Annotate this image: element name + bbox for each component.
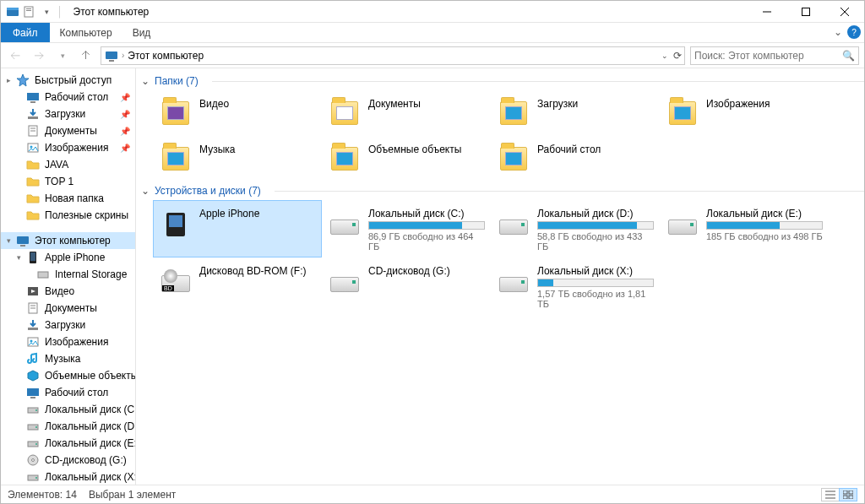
pin-icon: 📌 — [120, 93, 130, 102]
nav-pc-item[interactable]: Локальный диск (D:) — [1, 418, 135, 435]
expand-icon[interactable]: ▾ — [4, 236, 13, 245]
chevron-down-icon[interactable]: ⌄ — [141, 75, 150, 87]
hdd-icon — [328, 206, 362, 240]
folder-tile[interactable]: Объемные объекты — [322, 136, 491, 182]
nav-quick-item[interactable]: Новая папка — [1, 190, 135, 207]
nav-up-button[interactable]: 🡡 — [77, 46, 95, 65]
nav-pc-item[interactable]: Музыка — [1, 350, 135, 367]
expand-icon[interactable]: ▾ — [14, 253, 23, 262]
device-tile[interactable]: CD-дисковод (G:) — [322, 257, 491, 315]
view-details-button[interactable] — [821, 488, 840, 501]
tab-file[interactable]: Файл — [1, 23, 50, 42]
tab-computer[interactable]: Компьютер — [50, 23, 122, 42]
nav-quick-item[interactable]: JAVA — [1, 156, 135, 173]
nav-pc-item[interactable]: ▾Apple iPhone — [1, 249, 135, 266]
nav-item-label: Локальный диск (E:) — [45, 437, 136, 449]
folder-icon — [497, 96, 530, 130]
folder-tile[interactable]: Видео — [153, 90, 322, 136]
group-header-devices-label: Устройства и диски (7) — [155, 185, 261, 197]
qat-properties-icon[interactable] — [23, 5, 36, 19]
desktop-icon — [26, 90, 40, 104]
nav-quick-item[interactable]: Полезные скрины — [1, 207, 135, 224]
cd-icon — [26, 453, 40, 467]
nav-pc-item[interactable]: Рабочий стол — [1, 384, 135, 401]
nav-pc-item[interactable]: Локальный диск (E:) — [1, 435, 135, 452]
device-tile[interactable]: Локальный диск (C:)86,9 ГБ свободно из 4… — [322, 200, 491, 257]
nav-quick-item[interactable]: TOP 1 — [1, 173, 135, 190]
nav-pc-item[interactable]: Документы — [1, 300, 135, 317]
window-title: Этот компьютер — [73, 6, 150, 18]
nav-pc-item[interactable]: CD-дисковод (G:) — [1, 452, 135, 469]
nav-item-label: Быстрый доступ — [35, 74, 112, 86]
nav-pc-item[interactable]: Загрузки — [1, 317, 135, 333]
hdd-icon — [26, 420, 40, 433]
device-tile[interactable]: BDДисковод BD-ROM (F:) — [153, 257, 322, 315]
nav-recent-dropdown[interactable]: ▾ — [53, 46, 72, 65]
device-tile[interactable]: Apple iPhone — [153, 200, 322, 257]
tile-label: Локальный диск (C:) — [368, 208, 485, 219]
svg-rect-21 — [20, 245, 25, 247]
nav-item-label: Полезные скрины — [45, 209, 128, 221]
nav-quick-item[interactable]: Изображения📌 — [1, 139, 135, 156]
nav-forward-button[interactable]: 🡢 — [30, 46, 48, 65]
nav-pc-item[interactable]: Объемные объекты — [1, 367, 135, 384]
svg-point-36 — [35, 409, 37, 411]
hdd-icon — [666, 206, 699, 240]
tile-label: Загрузки — [537, 98, 654, 110]
view-tiles-button[interactable] — [839, 488, 857, 501]
group-header-devices[interactable]: ⌄ Устройства и диски (7) — [136, 182, 864, 200]
nav-back-button[interactable]: 🡠 — [6, 46, 24, 65]
folder-tile[interactable]: Рабочий стол — [491, 136, 660, 182]
nav-item-label: CD-дисковод (G:) — [45, 454, 127, 466]
svg-point-44 — [35, 477, 37, 479]
tile-label: Рабочий стол — [537, 144, 654, 155]
status-item-count: Элементов: 14 — [8, 489, 77, 501]
nav-pc-item[interactable]: Локальный диск (X:) — [1, 469, 135, 485]
search-input[interactable] — [694, 50, 855, 62]
nav-quick-item[interactable]: Рабочий стол📌 — [1, 89, 135, 106]
folder-tile[interactable]: Изображения — [660, 90, 829, 136]
refresh-icon[interactable]: ⟳ — [673, 50, 682, 62]
help-icon[interactable]: ? — [847, 25, 861, 39]
nav-quick-item[interactable]: Документы📌 — [1, 122, 135, 139]
breadcrumb[interactable]: Этот компьютер — [128, 50, 204, 62]
device-tile[interactable]: Локальный диск (X:)1,57 ТБ свободно из 1… — [491, 257, 660, 315]
nav-pc-child[interactable]: Internal Storage — [1, 266, 135, 283]
minimize-button[interactable] — [748, 1, 786, 23]
nav-item-label: Локальный диск (X:) — [45, 471, 136, 483]
nav-pc-item[interactable]: Видео — [1, 283, 135, 300]
address-bar[interactable]: › Этот компьютер ⌄ ⟳ — [101, 46, 685, 65]
search-box[interactable]: 🔍 — [690, 46, 859, 65]
capacity-bar — [537, 279, 654, 287]
expand-icon[interactable]: ▸ — [4, 76, 13, 84]
nav-pc-item[interactable]: Изображения — [1, 333, 135, 350]
svg-rect-14 — [28, 117, 38, 119]
device-tile[interactable]: Локальный диск (D:)58,8 ГБ свободно из 4… — [491, 200, 660, 257]
device-tile[interactable]: Локальный диск (E:)185 ГБ свободно из 49… — [660, 200, 829, 257]
search-icon[interactable]: 🔍 — [842, 50, 855, 62]
folder-tile[interactable]: Загрузки — [491, 90, 660, 136]
nav-pc-item[interactable]: Локальный диск (C:) — [1, 401, 135, 418]
maximize-button[interactable] — [786, 1, 825, 23]
svg-rect-24 — [38, 272, 48, 278]
pin-icon: 📌 — [120, 144, 130, 153]
music-icon — [26, 352, 40, 366]
folder-icon — [159, 96, 193, 130]
qat-dropdown-icon[interactable]: ▾ — [40, 5, 53, 19]
svg-rect-33 — [27, 388, 39, 396]
nav-quick-item[interactable]: Загрузки📌 — [1, 106, 135, 122]
close-button[interactable] — [825, 1, 864, 23]
nav-quick-access[interactable]: ▸Быстрый доступ — [1, 72, 135, 89]
group-header-folders[interactable]: ⌄ Папки (7) — [136, 72, 864, 90]
ribbon-expand-icon[interactable]: ⌄ — [834, 26, 842, 38]
tab-view[interactable]: Вид — [122, 23, 161, 42]
folder-tile[interactable]: Документы — [322, 90, 491, 136]
tile-label: Дисковод BD-ROM (F:) — [199, 265, 316, 277]
this-pc-icon — [105, 49, 118, 62]
folder-tile[interactable]: Музыка — [153, 136, 322, 182]
navigation-pane[interactable]: ▸Быстрый доступРабочий стол📌Загрузки📌Док… — [1, 68, 136, 485]
address-dropdown-icon[interactable]: ⌄ — [661, 51, 668, 60]
chevron-down-icon[interactable]: ⌄ — [141, 185, 150, 197]
content-pane[interactable]: ⌄ Папки (7) ВидеоДокументыЗагрузкиИзобра… — [136, 68, 864, 485]
nav-this-pc[interactable]: ▾Этот компьютер — [1, 232, 135, 249]
